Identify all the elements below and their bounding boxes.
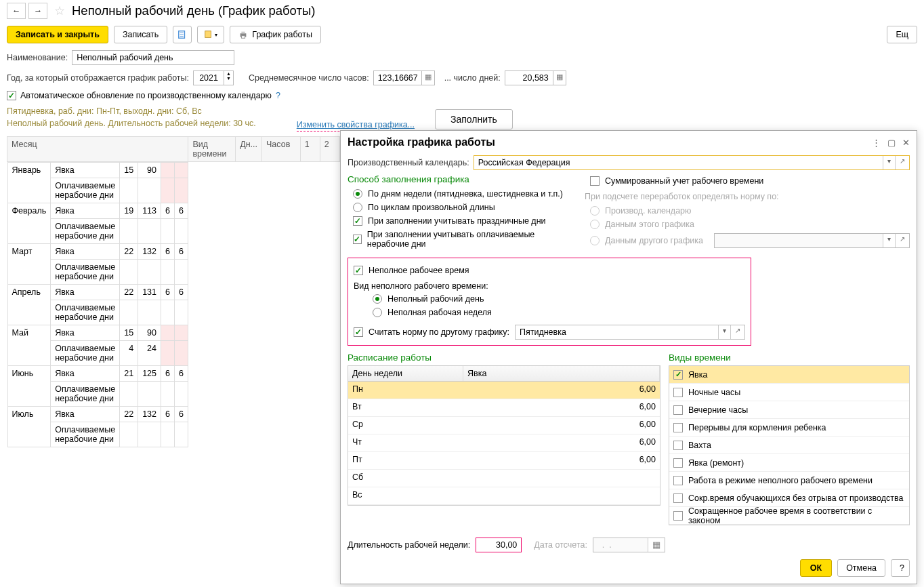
time-type-row[interactable]: Вахта — [669, 437, 909, 454]
list-icon-button[interactable] — [173, 26, 192, 43]
hours2-cell — [138, 300, 161, 325]
time-type-row[interactable]: Ночные часы — [669, 384, 909, 401]
type-label: Сокр.время обучающихся без отрыва от про… — [688, 493, 903, 503]
year-up-icon[interactable]: ▲ — [224, 71, 233, 76]
auto-update-checkbox[interactable] — [7, 91, 16, 100]
type-checkbox[interactable] — [673, 441, 683, 450]
c1b-cell — [161, 422, 174, 447]
dropdown-icon[interactable]: ▾ — [718, 325, 730, 339]
page-title: Неполный рабочий день (График работы) — [72, 3, 315, 18]
days-cell: 19 — [120, 203, 138, 219]
col-attend: Явка — [463, 366, 660, 381]
schedule-days-table: День недели Явка Пн6,00Вт6,00Ср6,00Чт6,0… — [348, 365, 660, 506]
print-schedule-button[interactable]: График работы — [230, 26, 321, 43]
avg-days-field[interactable]: ▦ — [505, 70, 566, 85]
favorite-star-icon[interactable]: ☆ — [54, 3, 65, 18]
month-cell: Январь — [7, 163, 51, 178]
schedule-section-title: Расписание работы — [348, 352, 660, 363]
schedule-row[interactable]: Ср6,00 — [348, 417, 660, 434]
time-type-row[interactable]: Сокр.время обучающихся без отрыва от про… — [669, 489, 909, 507]
dropdown-icon[interactable]: ▾ — [883, 156, 895, 169]
c1b-cell — [161, 219, 174, 244]
val-cell: 6,00 — [463, 382, 660, 399]
printer-icon — [238, 30, 248, 39]
year-down-icon[interactable]: ▼ — [224, 76, 233, 81]
time-type-row[interactable]: Явка — [669, 366, 909, 384]
radio-by-cycles[interactable] — [353, 203, 362, 212]
open-icon[interactable]: ↗ — [895, 156, 909, 169]
ok-button[interactable]: ОК — [800, 559, 832, 577]
forward-button[interactable]: → — [28, 3, 47, 19]
maximize-icon[interactable]: ▢ — [887, 138, 896, 148]
c2-cell: 6 — [174, 244, 188, 260]
open-icon[interactable]: ↗ — [730, 325, 744, 339]
schedule-row[interactable]: Чт6,00 — [348, 434, 660, 452]
schedule-row[interactable]: Сб — [348, 470, 660, 487]
day-cell: Ср — [348, 417, 463, 434]
type-checkbox[interactable] — [673, 370, 683, 380]
week-hours-input[interactable] — [476, 538, 522, 552]
type-checkbox[interactable] — [673, 423, 683, 432]
type-label: Перерывы для кормления ребенка — [688, 423, 826, 432]
schedule-row[interactable]: Пн6,00 — [348, 382, 660, 399]
help-icon[interactable]: ? — [276, 91, 280, 100]
chk-sum-accounting[interactable] — [590, 176, 600, 186]
chk-calc-other[interactable] — [354, 327, 363, 337]
type-checkbox[interactable] — [673, 405, 683, 415]
cancel-button[interactable]: Отмена — [837, 559, 885, 577]
chk-paid-nonwork[interactable] — [353, 235, 362, 244]
type-checkbox[interactable] — [673, 388, 683, 397]
schedule-row[interactable]: Вт6,00 — [348, 399, 660, 417]
fill-button[interactable]: Заполнить — [435, 109, 513, 129]
close-icon[interactable]: ✕ — [902, 138, 910, 148]
year-label: Год, за который отображается график рабо… — [7, 73, 189, 83]
type-checkbox[interactable] — [673, 458, 683, 468]
write-button[interactable]: Записать — [114, 26, 167, 43]
name-input[interactable] — [72, 50, 234, 65]
time-types-table: ЯвкаНочные часыВечерние часыПерерывы для… — [669, 365, 910, 525]
more-menu-icon[interactable]: ⋮ — [872, 138, 881, 148]
prod-cal-combo[interactable]: ▾ ↗ — [474, 155, 910, 170]
c1-cell: 6 — [161, 407, 174, 422]
radio-parttime-week[interactable] — [373, 308, 382, 317]
schedule-row[interactable]: Пт6,00 — [348, 452, 660, 470]
calc-icon[interactable]: ▦ — [421, 71, 434, 85]
days2-cell — [120, 300, 138, 325]
type-checkbox[interactable] — [673, 511, 683, 521]
days-cell: 15 — [120, 163, 138, 178]
calc-icon[interactable]: ▦ — [553, 71, 566, 85]
time-type-row[interactable]: Перерывы для кормления ребенка — [669, 419, 909, 437]
write-close-button[interactable]: Записать и закрыть — [7, 26, 108, 43]
c1-cell: 6 — [161, 203, 174, 219]
back-button[interactable]: ← — [7, 3, 26, 19]
dropdown-icon: ▾ — [883, 234, 895, 247]
chk-holidays[interactable] — [353, 216, 362, 226]
type-checkbox[interactable] — [673, 493, 683, 503]
days-cell: 21 — [120, 366, 138, 382]
radio-by-weekdays[interactable] — [353, 189, 362, 199]
time-type-row[interactable]: Вечерние часы — [669, 401, 909, 419]
time-type-row[interactable]: Работа в режиме неполного рабочего време… — [669, 472, 909, 489]
month-cell: Июнь — [7, 366, 51, 382]
month-cell-blank — [7, 422, 51, 447]
radio-parttime-day[interactable] — [373, 294, 382, 304]
other-sched-combo[interactable]: ▾ ↗ — [515, 325, 745, 340]
type-label: Вахта — [688, 441, 711, 450]
schedule-row[interactable]: Вс — [348, 487, 660, 505]
avg-hours-field[interactable]: ▦ — [373, 70, 435, 85]
type-checkbox[interactable] — [673, 476, 683, 485]
time-type-row[interactable]: Сокращенное рабочее время в соответствии… — [669, 507, 909, 525]
chk-parttime[interactable] — [354, 266, 363, 275]
help-button[interactable]: ? — [891, 559, 910, 577]
type-label: Явка — [688, 370, 707, 380]
time-type-row[interactable]: Явка (ремонт) — [669, 454, 909, 472]
hours2-cell — [138, 422, 161, 447]
report-icon-button[interactable]: ▾ — [197, 26, 224, 43]
hours-cell: 131 — [138, 285, 161, 300]
year-spinner[interactable]: ▲▼ — [193, 70, 234, 85]
val-cell: 6,00 — [463, 452, 660, 469]
hours-cell: 113 — [138, 203, 161, 219]
week-hours-label: Длительность рабочей недели: — [348, 540, 470, 550]
more-button[interactable]: Ещ — [887, 26, 917, 43]
c1b-cell — [161, 178, 174, 203]
